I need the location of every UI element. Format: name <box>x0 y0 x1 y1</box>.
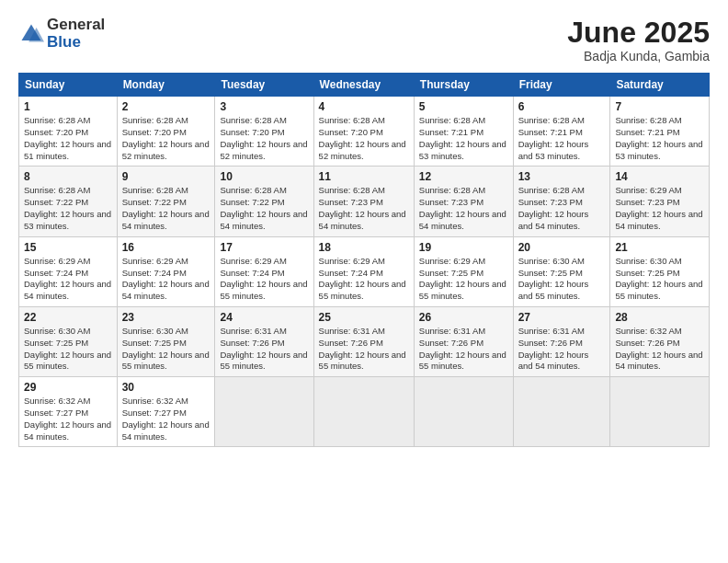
day-info: Sunrise: 6:30 AMSunset: 7:25 PMDaylight:… <box>615 256 702 301</box>
day-info: Sunrise: 6:28 AMSunset: 7:23 PMDaylight:… <box>319 185 406 230</box>
table-row: 9 Sunrise: 6:28 AMSunset: 7:22 PMDayligh… <box>117 167 215 236</box>
table-row: 30 Sunrise: 6:32 AMSunset: 7:27 PMDaylig… <box>117 377 215 447</box>
table-row: 10 Sunrise: 6:28 AMSunset: 7:22 PMDaylig… <box>215 167 313 236</box>
day-number: 24 <box>220 311 308 324</box>
day-number: 25 <box>319 311 409 324</box>
month-title: June 2025 <box>567 17 710 49</box>
day-info: Sunrise: 6:28 AMSunset: 7:21 PMDaylight:… <box>518 115 589 160</box>
day-info: Sunrise: 6:31 AMSunset: 7:26 PMDaylight:… <box>419 326 506 371</box>
table-row: 11 Sunrise: 6:28 AMSunset: 7:23 PMDaylig… <box>313 167 414 236</box>
col-saturday: Saturday <box>610 74 710 97</box>
day-number: 17 <box>220 241 308 254</box>
day-info: Sunrise: 6:28 AMSunset: 7:20 PMDaylight:… <box>24 115 111 160</box>
day-number: 11 <box>319 170 409 183</box>
day-info: Sunrise: 6:29 AMSunset: 7:24 PMDaylight:… <box>24 256 111 301</box>
col-sunday: Sunday <box>19 74 118 97</box>
day-number: 7 <box>615 100 704 113</box>
day-number: 13 <box>518 170 606 183</box>
day-info: Sunrise: 6:28 AMSunset: 7:22 PMDaylight:… <box>220 185 307 230</box>
table-row: 14 Sunrise: 6:29 AMSunset: 7:23 PMDaylig… <box>610 167 710 236</box>
day-info: Sunrise: 6:28 AMSunset: 7:20 PMDaylight:… <box>122 115 210 160</box>
day-number: 12 <box>419 170 508 183</box>
day-info: Sunrise: 6:28 AMSunset: 7:23 PMDaylight:… <box>419 185 506 230</box>
day-number: 6 <box>518 100 606 113</box>
day-number: 1 <box>24 100 112 113</box>
day-number: 2 <box>122 100 210 113</box>
col-friday: Friday <box>513 74 610 97</box>
table-row: 23 Sunrise: 6:30 AMSunset: 7:25 PMDaylig… <box>117 306 215 376</box>
day-info: Sunrise: 6:30 AMSunset: 7:25 PMDaylight:… <box>24 326 111 371</box>
header-row: Sunday Monday Tuesday Wednesday Thursday… <box>19 74 710 97</box>
day-info: Sunrise: 6:31 AMSunset: 7:26 PMDaylight:… <box>319 326 406 371</box>
table-row <box>610 377 710 447</box>
table-row: 7 Sunrise: 6:28 AMSunset: 7:21 PMDayligh… <box>610 97 710 167</box>
table-row: 25 Sunrise: 6:31 AMSunset: 7:26 PMDaylig… <box>313 306 414 376</box>
day-info: Sunrise: 6:28 AMSunset: 7:20 PMDaylight:… <box>220 115 307 160</box>
day-info: Sunrise: 6:30 AMSunset: 7:25 PMDaylight:… <box>122 326 210 371</box>
day-info: Sunrise: 6:31 AMSunset: 7:26 PMDaylight:… <box>220 326 307 371</box>
table-row: 2 Sunrise: 6:28 AMSunset: 7:20 PMDayligh… <box>117 97 215 167</box>
day-info: Sunrise: 6:28 AMSunset: 7:23 PMDaylight:… <box>518 185 589 230</box>
table-row: 29 Sunrise: 6:32 AMSunset: 7:27 PMDaylig… <box>19 377 118 447</box>
day-number: 4 <box>319 100 409 113</box>
table-row: 26 Sunrise: 6:31 AMSunset: 7:26 PMDaylig… <box>414 306 513 376</box>
day-number: 15 <box>24 241 112 254</box>
day-info: Sunrise: 6:31 AMSunset: 7:26 PMDaylight:… <box>518 326 589 371</box>
col-monday: Monday <box>117 74 215 97</box>
day-number: 9 <box>122 170 210 183</box>
table-row: 4 Sunrise: 6:28 AMSunset: 7:20 PMDayligh… <box>313 97 414 167</box>
table-row <box>215 377 313 447</box>
day-info: Sunrise: 6:29 AMSunset: 7:25 PMDaylight:… <box>419 256 506 301</box>
day-number: 5 <box>419 100 508 113</box>
calendar-week-row: 8 Sunrise: 6:28 AMSunset: 7:22 PMDayligh… <box>19 167 710 236</box>
table-row <box>414 377 513 447</box>
day-info: Sunrise: 6:29 AMSunset: 7:24 PMDaylight:… <box>220 256 307 301</box>
page: General Blue June 2025 Badja Kunda, Gamb… <box>0 0 728 563</box>
day-number: 30 <box>122 381 210 394</box>
table-row: 21 Sunrise: 6:30 AMSunset: 7:25 PMDaylig… <box>610 236 710 306</box>
day-number: 27 <box>518 311 606 324</box>
day-info: Sunrise: 6:32 AMSunset: 7:26 PMDaylight:… <box>615 326 702 371</box>
title-block: June 2025 Badja Kunda, Gambia <box>567 17 710 63</box>
day-number: 29 <box>24 381 112 394</box>
table-row: 3 Sunrise: 6:28 AMSunset: 7:20 PMDayligh… <box>215 97 313 167</box>
col-thursday: Thursday <box>414 74 513 97</box>
day-info: Sunrise: 6:29 AMSunset: 7:24 PMDaylight:… <box>122 256 210 301</box>
day-number: 14 <box>615 170 704 183</box>
calendar-week-row: 22 Sunrise: 6:30 AMSunset: 7:25 PMDaylig… <box>19 306 710 376</box>
table-row <box>513 377 610 447</box>
table-row: 5 Sunrise: 6:28 AMSunset: 7:21 PMDayligh… <box>414 97 513 167</box>
header: General Blue June 2025 Badja Kunda, Gamb… <box>18 17 710 63</box>
table-row: 19 Sunrise: 6:29 AMSunset: 7:25 PMDaylig… <box>414 236 513 306</box>
table-row: 12 Sunrise: 6:28 AMSunset: 7:23 PMDaylig… <box>414 167 513 236</box>
logo-general: General <box>47 17 105 34</box>
day-number: 18 <box>319 241 409 254</box>
day-number: 20 <box>518 241 606 254</box>
table-row: 13 Sunrise: 6:28 AMSunset: 7:23 PMDaylig… <box>513 167 610 236</box>
table-row: 16 Sunrise: 6:29 AMSunset: 7:24 PMDaylig… <box>117 236 215 306</box>
table-row: 17 Sunrise: 6:29 AMSunset: 7:24 PMDaylig… <box>215 236 313 306</box>
day-number: 10 <box>220 170 308 183</box>
table-row: 28 Sunrise: 6:32 AMSunset: 7:26 PMDaylig… <box>610 306 710 376</box>
table-row: 15 Sunrise: 6:29 AMSunset: 7:24 PMDaylig… <box>19 236 118 306</box>
logo: General Blue <box>18 17 105 51</box>
calendar: Sunday Monday Tuesday Wednesday Thursday… <box>18 73 710 447</box>
day-info: Sunrise: 6:32 AMSunset: 7:27 PMDaylight:… <box>24 396 111 441</box>
day-number: 23 <box>122 311 210 324</box>
logo-blue: Blue <box>47 34 105 52</box>
logo-icon <box>18 21 44 47</box>
day-number: 21 <box>615 241 704 254</box>
table-row <box>313 377 414 447</box>
calendar-week-row: 29 Sunrise: 6:32 AMSunset: 7:27 PMDaylig… <box>19 377 710 447</box>
day-number: 3 <box>220 100 308 113</box>
table-row: 1 Sunrise: 6:28 AMSunset: 7:20 PMDayligh… <box>19 97 118 167</box>
calendar-body: 1 Sunrise: 6:28 AMSunset: 7:20 PMDayligh… <box>19 97 710 447</box>
table-row: 18 Sunrise: 6:29 AMSunset: 7:24 PMDaylig… <box>313 236 414 306</box>
col-wednesday: Wednesday <box>313 74 414 97</box>
day-info: Sunrise: 6:29 AMSunset: 7:23 PMDaylight:… <box>615 185 702 230</box>
col-tuesday: Tuesday <box>215 74 313 97</box>
day-info: Sunrise: 6:28 AMSunset: 7:20 PMDaylight:… <box>319 115 406 160</box>
day-number: 22 <box>24 311 112 324</box>
table-row: 27 Sunrise: 6:31 AMSunset: 7:26 PMDaylig… <box>513 306 610 376</box>
day-info: Sunrise: 6:28 AMSunset: 7:21 PMDaylight:… <box>615 115 702 160</box>
